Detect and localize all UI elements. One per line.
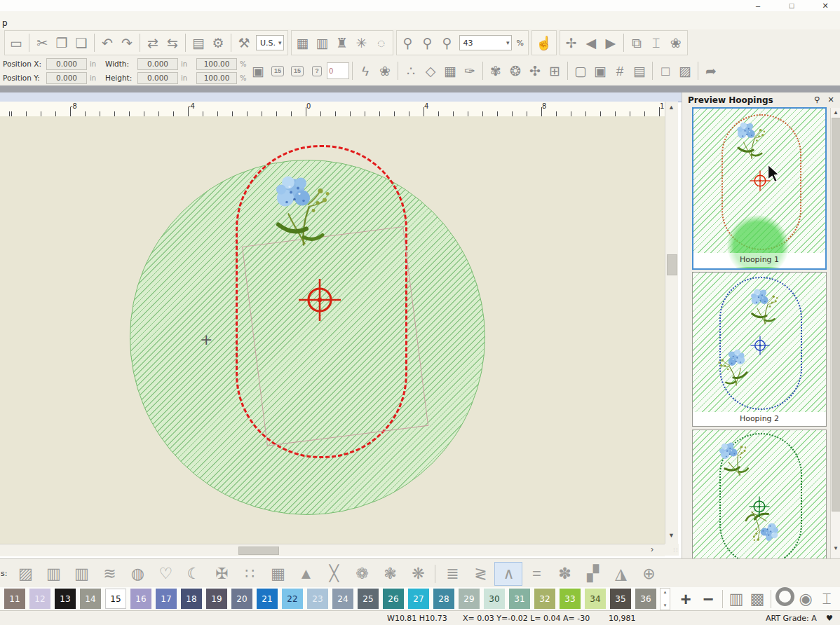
color-swatch-20[interactable]: 20 xyxy=(231,589,252,609)
hoop-position-button[interactable]: ▣ xyxy=(248,60,268,81)
scroll-up-icon[interactable]: ▲ xyxy=(668,104,675,111)
panel-close-icon[interactable]: ✕ xyxy=(825,94,836,105)
photo-motif-button[interactable]: ❂ xyxy=(506,60,525,81)
minimize-button[interactable]: – xyxy=(747,1,768,11)
close-button[interactable]: ✕ xyxy=(815,1,836,11)
send-to-machine-button[interactable]: ➦ xyxy=(701,60,721,81)
thread-colors-button[interactable]: ⌶ xyxy=(646,32,666,53)
scale-y-input[interactable] xyxy=(196,72,237,84)
cut-button[interactable]: ✂ xyxy=(32,32,52,53)
fabric-display-button[interactable]: ⧉ xyxy=(627,32,646,53)
pan-hand-button[interactable]: ☝ xyxy=(534,32,555,53)
color-swatch-35[interactable]: 35 xyxy=(610,589,631,609)
hooping-2-thumbnail[interactable]: Hooping 2 xyxy=(692,272,827,427)
redo-button[interactable]: ↷ xyxy=(117,32,137,53)
paste-button[interactable]: ❏ xyxy=(72,32,91,53)
zoom-level-combo[interactable]: 43 ▾ xyxy=(459,35,512,50)
color-swatch-34[interactable]: 34 xyxy=(585,589,606,609)
twirl-button[interactable]: ✳ xyxy=(352,32,372,53)
height-input[interactable] xyxy=(137,72,178,84)
flower-design[interactable] xyxy=(269,170,339,250)
scroll-right-arrow-icon[interactable]: › xyxy=(651,546,653,553)
globe-fill-button[interactable]: ⊕ xyxy=(635,562,663,586)
stitch-player-button[interactable]: ✢ xyxy=(562,32,581,53)
color-swatch-17[interactable]: 17 xyxy=(156,589,177,609)
scatter-stitches-button[interactable]: ∴ xyxy=(401,60,421,81)
show-picture-button[interactable]: ▦ xyxy=(293,32,313,53)
insert-artwork-button[interactable]: ⇆ xyxy=(163,32,182,53)
color-swatch-12[interactable]: 12 xyxy=(29,589,50,609)
color-swatch-31[interactable]: 31 xyxy=(509,589,530,609)
remove-color-button[interactable]: − xyxy=(697,589,719,609)
ornament-a-button[interactable]: ❁ xyxy=(348,562,376,586)
hoop-layout-button[interactable]: ▤ xyxy=(630,60,649,81)
lasso-select-button[interactable]: ◌ xyxy=(372,32,391,53)
previous-button[interactable]: ◀ xyxy=(581,32,601,53)
color-swatch-32[interactable]: 32 xyxy=(534,589,555,609)
mouse-tool-button[interactable]: ▭ xyxy=(6,32,26,53)
spray-button[interactable]: ✑ xyxy=(460,60,480,81)
zoom-button[interactable]: ⚲ xyxy=(438,32,457,53)
color-swatch-19[interactable]: 19 xyxy=(206,589,227,609)
flat-fill-button[interactable]: = xyxy=(522,562,550,586)
hooping-1-thumbnail[interactable]: Hooping 1 xyxy=(692,107,827,270)
panel-scroll-thumb[interactable] xyxy=(832,118,840,511)
grid-motif-button[interactable]: ⊞ xyxy=(545,60,564,81)
thread-chart-icon[interactable]: ▥ xyxy=(726,590,747,608)
hoop-grid-button[interactable]: ▣ xyxy=(590,60,610,81)
show-hoop-button[interactable]: ▢ xyxy=(571,60,590,81)
menu-item[interactable]: p xyxy=(2,18,8,28)
color-swatch-23[interactable]: 23 xyxy=(307,589,328,609)
flower-quad-button[interactable]: ✣ xyxy=(525,60,545,81)
x-motif-button[interactable]: ╳ xyxy=(320,562,348,586)
thread-blend-icon[interactable]: ▩ xyxy=(747,590,768,608)
color-swatch-14[interactable]: 14 xyxy=(80,589,101,609)
color-swatch-26[interactable]: 26 xyxy=(383,589,404,609)
color-swatch-13[interactable]: 13 xyxy=(55,589,76,609)
settings-button[interactable]: ⚙ xyxy=(208,32,228,53)
color-swatch-29[interactable]: 29 xyxy=(459,589,480,609)
zoom-1-1-button[interactable]: ⚲ xyxy=(398,32,418,53)
color-swatch-36[interactable]: 36 xyxy=(635,589,656,609)
spool-view-button[interactable]: ⌶ xyxy=(816,590,837,608)
gear-motif-button[interactable]: ✽ xyxy=(550,562,578,586)
ornament-c-button[interactable]: ❋ xyxy=(404,562,432,586)
ring-view-button[interactable] xyxy=(774,587,795,610)
color-swatch-22[interactable]: 22 xyxy=(282,589,303,609)
wave-fill-button[interactable]: ▞ xyxy=(578,562,607,586)
offset-input[interactable] xyxy=(327,62,349,79)
hooping-3-thumbnail[interactable] xyxy=(692,430,827,558)
flower-single-button[interactable]: ✾ xyxy=(486,60,506,81)
color-swatch-25[interactable]: 25 xyxy=(358,589,379,609)
next-button[interactable]: ▶ xyxy=(601,32,621,53)
panel-scroll-down-icon[interactable]: ▼ xyxy=(833,545,839,552)
color-swatch-27[interactable]: 27 xyxy=(408,589,429,609)
circle-motif-button[interactable]: ◍ xyxy=(123,562,151,586)
copy-button[interactable]: ❐ xyxy=(52,32,72,53)
mesh-fill-button[interactable]: ▦ xyxy=(440,60,460,81)
color-swatch-30[interactable]: 30 xyxy=(484,589,505,609)
horizontal-scroll-thumb[interactable] xyxy=(238,547,279,555)
color-swatch-15[interactable]: 15 xyxy=(105,589,126,609)
color-swatch-18[interactable]: 18 xyxy=(181,589,202,609)
hoop-15-button[interactable]: 15 xyxy=(268,60,287,81)
closed-object-button[interactable]: ❀ xyxy=(375,60,395,81)
scroll-down-icon[interactable]: ▼ xyxy=(668,532,675,539)
hoop-center-crosshair[interactable] xyxy=(298,278,341,322)
region-select[interactable]: U.S. ▾ xyxy=(256,35,284,50)
stamp-button[interactable]: ♜ xyxy=(332,32,352,53)
zigzag-fill-button[interactable]: ≷ xyxy=(466,562,494,586)
scale-x-input[interactable] xyxy=(196,58,237,70)
line-fill-button[interactable]: ▥ xyxy=(39,562,67,586)
tools-button[interactable]: ⚒ xyxy=(234,32,254,53)
ripple-fill-button[interactable]: ≋ xyxy=(95,562,123,586)
polygon-fill-button[interactable]: ◇ xyxy=(421,60,440,81)
background-hatch-button[interactable]: ▨ xyxy=(675,60,695,81)
panel-scroll-up-icon[interactable]: ▲ xyxy=(833,109,839,116)
pin-icon[interactable]: ⚲ xyxy=(811,94,822,105)
sphere-view-button[interactable]: ◉ xyxy=(795,590,816,608)
color-swatch-24[interactable]: 24 xyxy=(332,589,353,609)
ornament-b-button[interactable]: ❃ xyxy=(376,562,404,586)
hoop-15-alt-button[interactable]: 15 xyxy=(287,60,307,81)
heart-motif-button[interactable]: ♡ xyxy=(151,562,179,586)
